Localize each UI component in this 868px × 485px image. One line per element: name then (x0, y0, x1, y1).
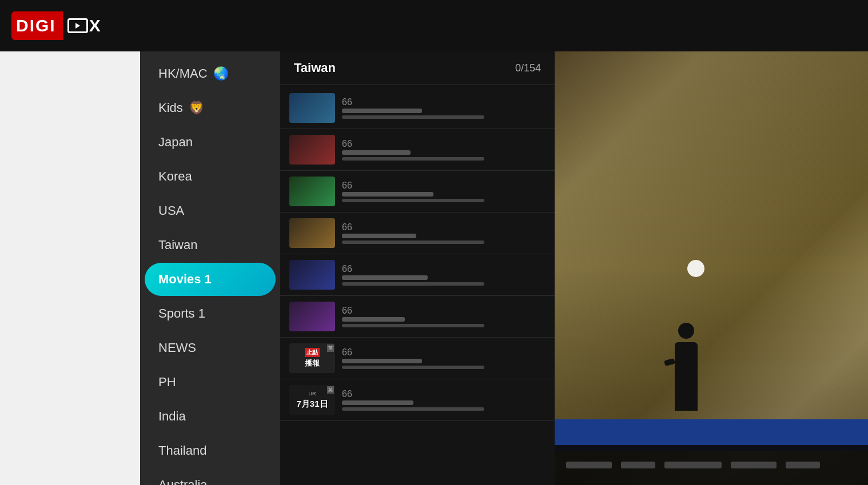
channel-number: 66 (342, 97, 546, 107)
channel-sub-bar (342, 157, 484, 161)
channel-name-bar (342, 359, 422, 363)
kids-emoji: 🦁 (189, 101, 204, 115)
sidebar-item-movies1[interactable]: Movies 1 (145, 263, 276, 296)
logo: DIGI X (11, 11, 106, 40)
usa-label: USA (158, 203, 184, 218)
svg-marker-0 (75, 23, 80, 29)
channel-row[interactable]: 66 (280, 296, 555, 338)
sports1-label: Sports 1 (158, 306, 205, 321)
news-label: NEWS (158, 340, 196, 355)
channel-info: 66 (342, 222, 546, 244)
channel-row[interactable]: 66 (280, 87, 555, 129)
channel-thumbnail: 止點 播報 英 (289, 343, 335, 373)
channel-info: 66 (342, 139, 546, 161)
channel-info: 66 (342, 181, 546, 202)
channel-name-bar (342, 192, 433, 197)
japan-label: Japan (158, 135, 193, 150)
ph-label: PH (158, 375, 176, 390)
score-bar-2 (621, 462, 655, 468)
channel-sub-bar (342, 407, 484, 411)
channel-number: 66 (342, 222, 546, 233)
channel-row[interactable]: 66 (280, 254, 555, 296)
channel-thumbnail: UR 7月31日 英 (289, 385, 335, 415)
score-bar-5 (786, 462, 820, 468)
australia-label: Australia (158, 478, 208, 485)
channel-thumbnail (289, 177, 335, 206)
hk-mac-emoji: 🌏 (213, 66, 229, 81)
channel-number: 66 (342, 139, 546, 149)
channel-thumbnail (289, 135, 335, 165)
logo-box-text: X (89, 16, 102, 35)
sidebar-item-india[interactable]: India (145, 400, 276, 433)
channel-name-bar (342, 150, 411, 155)
channel-number: 66 (342, 347, 546, 358)
channel-info: 66 (342, 347, 546, 369)
channel-info: 66 (342, 97, 546, 119)
movies1-label: Movies 1 (158, 272, 212, 287)
channel-row[interactable]: 66 (280, 213, 555, 254)
score-bar-3 (664, 462, 722, 468)
korea-label: Korea (158, 169, 192, 184)
channel-panel: Taiwan 0/154 66 66 (280, 51, 555, 485)
channel-sub-bar (342, 199, 484, 202)
channel-sub-bar (342, 115, 484, 119)
channel-name-bar (342, 400, 413, 405)
sidebar-item-japan[interactable]: Japan (145, 126, 276, 159)
white-circle (687, 260, 704, 277)
thailand-label: Thailand (158, 443, 206, 458)
channel-thumbnail (289, 93, 335, 123)
india-label: India (158, 409, 186, 424)
sidebar-item-usa[interactable]: USA (145, 194, 276, 227)
figure-silhouette (675, 342, 698, 411)
sidebar-item-taiwan[interactable]: Taiwan (145, 229, 276, 262)
header: DIGI X (0, 0, 868, 51)
channel-name-bar (342, 275, 428, 280)
channel-sub-bar (342, 324, 484, 327)
sidebar-item-hk-mac[interactable]: HK/MAC 🌏 (145, 57, 276, 90)
main-content: HK/MAC 🌏 Kids 🦁 Japan Korea USA Taiwan M… (0, 51, 868, 485)
sidebar-item-thailand[interactable]: Thailand (145, 434, 276, 467)
hk-mac-label: HK/MAC (158, 66, 208, 81)
score-bar-1 (566, 462, 612, 468)
sidebar-item-news[interactable]: NEWS (145, 331, 276, 364)
channel-name-bar (342, 234, 416, 238)
left-panel (0, 51, 140, 485)
channel-info: 66 (342, 264, 546, 286)
sidebar: HK/MAC 🌏 Kids 🦁 Japan Korea USA Taiwan M… (140, 51, 280, 485)
channel-info: 66 (342, 306, 546, 327)
channel-panel-header: Taiwan 0/154 (280, 51, 555, 85)
channel-row[interactable]: 止點 播報 英 66 (280, 338, 555, 379)
score-bar-4 (731, 462, 777, 468)
channel-panel-title: Taiwan (294, 61, 336, 75)
channel-name-bar (342, 109, 422, 113)
channel-row[interactable]: UR 7月31日 英 66 (280, 379, 555, 421)
sidebar-item-kids[interactable]: Kids 🦁 (145, 91, 276, 125)
channel-list: 66 66 66 (280, 85, 555, 485)
logo-digi: DIGI (11, 11, 63, 40)
channel-sub-bar (342, 366, 484, 369)
score-content (566, 462, 820, 468)
channel-thumbnail (289, 218, 335, 248)
sidebar-item-australia[interactable]: Australia (145, 468, 276, 485)
video-scoreboard (555, 445, 868, 485)
channel-row[interactable]: 66 (280, 129, 555, 171)
channel-number: 66 (342, 264, 546, 274)
logo-box-icon (67, 18, 88, 33)
kids-label: Kids (158, 101, 183, 115)
channel-number: 66 (342, 306, 546, 316)
sidebar-item-korea[interactable]: Korea (145, 160, 276, 193)
channel-panel-count: 0/154 (515, 62, 541, 74)
sidebar-item-ph[interactable]: PH (145, 366, 276, 399)
channel-number: 66 (342, 389, 546, 399)
channel-thumbnail (289, 260, 335, 290)
channel-row[interactable]: 66 (280, 171, 555, 213)
channel-info: 66 (342, 389, 546, 411)
channel-thumbnail (289, 302, 335, 331)
taiwan-label: Taiwan (158, 238, 197, 252)
channel-number: 66 (342, 181, 546, 191)
channel-name-bar (342, 317, 405, 322)
channel-sub-bar (342, 282, 484, 286)
sidebar-item-sports1[interactable]: Sports 1 (145, 297, 276, 330)
channel-sub-bar (342, 241, 484, 244)
video-preview (555, 51, 868, 485)
